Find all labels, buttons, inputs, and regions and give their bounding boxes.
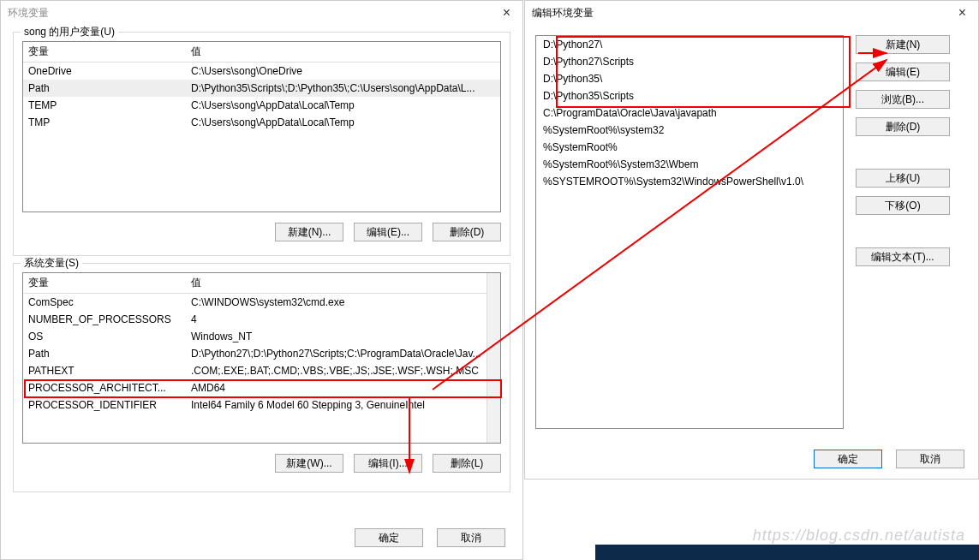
cell-value: C:\Users\song\AppData\Local\Temp xyxy=(186,97,500,114)
sys-vars-table[interactable]: 变量 值 ComSpecC:\WINDOWS\system32\cmd.exeN… xyxy=(22,272,501,444)
table-header: 变量 值 xyxy=(23,273,500,294)
cell-name: Path xyxy=(23,80,186,97)
user-vars-label: song 的用户变量(U) xyxy=(21,25,118,39)
cell-name: ComSpec xyxy=(23,294,186,311)
table-row[interactable]: ComSpecC:\WINDOWS\system32\cmd.exe xyxy=(23,294,500,311)
cell-value: Intel64 Family 6 Model 60 Stepping 3, Ge… xyxy=(186,396,500,414)
cell-value: .COM;.EXE;.BAT;.CMD;.VBS;.VBE;.JS;.JSE;.… xyxy=(186,362,500,379)
list-item[interactable]: D:\Python35\ xyxy=(536,70,843,87)
sys-vars-group: 系统变量(S) 变量 值 ComSpecC:\WINDOWS\system32\… xyxy=(13,263,510,492)
scrollbar[interactable] xyxy=(487,273,500,443)
dialog-footer: 确定 取消 xyxy=(814,450,964,468)
close-icon[interactable]: × xyxy=(498,5,516,21)
watermark: https://blog.csdn.net/autista xyxy=(753,527,965,545)
list-item[interactable]: %SystemRoot%\system32 xyxy=(536,122,843,139)
table-row[interactable]: NUMBER_OF_PROCESSORS4 xyxy=(23,311,500,328)
dialog-body: D:\Python27\D:\Python27\ScriptsD:\Python… xyxy=(525,25,978,439)
list-item[interactable]: D:\Python35\Scripts xyxy=(536,87,843,104)
cell-value: AMD64 xyxy=(186,379,500,396)
table-row[interactable]: OSWindows_NT xyxy=(23,328,500,345)
cell-value: 4 xyxy=(186,311,500,328)
table-row[interactable]: PathD:\Python35\Scripts\;D:\Python35\;C:… xyxy=(23,80,500,97)
cell-name: TEMP xyxy=(23,97,186,114)
moveup-button[interactable]: 上移(U) xyxy=(856,169,950,188)
new-button[interactable]: 新建(N) xyxy=(856,35,950,54)
cell-value: C:\Users\song\AppData\Local\Temp xyxy=(186,114,500,131)
env-vars-dialog: 环境变量 × song 的用户变量(U) 变量 值 OneDriveC:\Use… xyxy=(0,0,523,560)
titlebar: 环境变量 × xyxy=(1,1,522,25)
list-item[interactable]: D:\Python27\ xyxy=(536,36,843,53)
browse-button[interactable]: 浏览(B)... xyxy=(856,90,950,109)
dialog-title: 编辑环境变量 xyxy=(532,6,953,21)
dialog-title: 环境变量 xyxy=(8,6,498,21)
delete-button[interactable]: 删除(D) xyxy=(856,117,950,136)
sys-delete-button[interactable]: 删除(L) xyxy=(433,454,501,473)
sys-edit-button[interactable]: 编辑(I)... xyxy=(354,454,422,473)
sys-buttons: 新建(W)... 编辑(I)... 删除(L) xyxy=(22,454,501,473)
background-strip xyxy=(595,545,979,560)
list-item[interactable]: %SystemRoot%\System32\Wbem xyxy=(536,156,843,173)
user-edit-button[interactable]: 编辑(E)... xyxy=(354,223,422,241)
col-name: 变量 xyxy=(23,42,186,62)
col-value: 值 xyxy=(186,273,500,293)
cell-name: NUMBER_OF_PROCESSORS xyxy=(23,311,186,328)
close-icon[interactable]: × xyxy=(953,5,971,21)
path-list[interactable]: D:\Python27\D:\Python27\ScriptsD:\Python… xyxy=(535,35,844,429)
edittext-button[interactable]: 编辑文本(T)... xyxy=(856,247,950,266)
table-row[interactable]: OneDriveC:\Users\song\OneDrive xyxy=(23,63,500,80)
ok-button[interactable]: 确定 xyxy=(355,528,423,547)
table-row[interactable]: PROCESSOR_ARCHITECT...AMD64 xyxy=(23,379,500,396)
cell-value: C:\WINDOWS\system32\cmd.exe xyxy=(186,294,500,311)
table-row[interactable]: TMPC:\Users\song\AppData\Local\Temp xyxy=(23,114,500,131)
cell-value: C:\Users\song\OneDrive xyxy=(186,63,500,80)
cell-value: Windows_NT xyxy=(186,328,500,345)
cell-name: PATHEXT xyxy=(23,362,186,379)
cancel-button[interactable]: 取消 xyxy=(896,450,964,468)
cell-name: PROCESSOR_IDENTIFIER xyxy=(23,396,186,414)
cancel-button[interactable]: 取消 xyxy=(437,528,505,547)
table-header: 变量 值 xyxy=(23,42,500,63)
titlebar: 编辑环境变量 × xyxy=(525,1,978,25)
sys-vars-label: 系统变量(S) xyxy=(21,256,82,271)
list-item[interactable]: D:\Python27\Scripts xyxy=(536,53,843,70)
dialog-footer: 确定 取消 xyxy=(355,528,505,547)
side-buttons: 新建(N) 编辑(E) 浏览(B)... 删除(D) 上移(U) 下移(O) 编… xyxy=(856,35,950,429)
list-item[interactable]: C:\ProgramData\Oracle\Java\javapath xyxy=(536,104,843,122)
cell-name: PROCESSOR_ARCHITECT... xyxy=(23,379,186,396)
user-new-button[interactable]: 新建(N)... xyxy=(275,223,343,241)
list-item[interactable]: %SystemRoot% xyxy=(536,139,843,156)
col-value: 值 xyxy=(186,42,500,62)
table-row[interactable]: PROCESSOR_IDENTIFIERIntel64 Family 6 Mod… xyxy=(23,396,500,414)
ok-button[interactable]: 确定 xyxy=(814,450,882,468)
list-item[interactable]: %SYSTEMROOT%\System32\WindowsPowerShell\… xyxy=(536,173,843,190)
cell-value: D:\Python35\Scripts\;D:\Python35\;C:\Use… xyxy=(186,80,500,97)
col-name: 变量 xyxy=(23,273,186,293)
cell-name: Path xyxy=(23,345,186,362)
sys-new-button[interactable]: 新建(W)... xyxy=(275,454,343,473)
cell-value: D:\Python27\;D:\Python27\Scripts;C:\Prog… xyxy=(186,345,500,362)
cell-name: OS xyxy=(23,328,186,345)
movedown-button[interactable]: 下移(O) xyxy=(856,196,950,215)
user-vars-group: song 的用户变量(U) 变量 值 OneDriveC:\Users\song… xyxy=(13,32,510,256)
cell-name: OneDrive xyxy=(23,63,186,80)
user-buttons: 新建(N)... 编辑(E)... 删除(D) xyxy=(22,223,501,241)
cell-name: TMP xyxy=(23,114,186,131)
table-row[interactable]: PathD:\Python27\;D:\Python27\Scripts;C:\… xyxy=(23,345,500,362)
edit-env-var-dialog: 编辑环境变量 × D:\Python27\D:\Python27\Scripts… xyxy=(524,0,979,480)
user-delete-button[interactable]: 删除(D) xyxy=(433,223,501,241)
table-row[interactable]: PATHEXT.COM;.EXE;.BAT;.CMD;.VBS;.VBE;.JS… xyxy=(23,362,500,379)
edit-button[interactable]: 编辑(E) xyxy=(856,63,950,81)
table-row[interactable]: TEMPC:\Users\song\AppData\Local\Temp xyxy=(23,97,500,114)
user-vars-table[interactable]: 变量 值 OneDriveC:\Users\song\OneDrivePathD… xyxy=(22,41,501,212)
